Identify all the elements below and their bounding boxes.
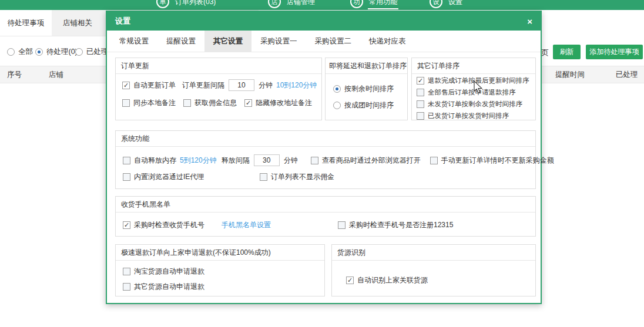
section-delay-refund-sort: 即将延迟和退款订单排序 按剩余时间排序 按成团时间排序: [325, 58, 408, 120]
nav-settings[interactable]: 设 设置: [430, 0, 462, 8]
checkbox-auto-update-orders[interactable]: 自动更新订单: [122, 80, 176, 90]
col-seq: 序号: [7, 66, 22, 83]
nav-order-list[interactable]: 单 订单列表(03): [156, 0, 216, 8]
section-order-update: 订单更新 自动更新订单 订单更新间隔 分钟 10到120分钟 同步本地备注 获取…: [115, 58, 322, 120]
checkbox-unshipped-sort[interactable]: 未发货订单按剩余发货时间排序: [417, 100, 522, 109]
checkbox-label: 自动更新订单: [133, 80, 176, 90]
col-processed: 已处理: [616, 66, 638, 83]
section-system-functions: 系统功能 自动释放内存 5到120分钟 释放间隔 分钟 查看商品时通过外部浏览器…: [115, 130, 536, 189]
tab-purchase-two[interactable]: 采购设置二: [306, 31, 361, 52]
radio-sort-by-remaining-time[interactable]: 按剩余时间排序: [333, 84, 394, 94]
checkbox-shipped-sort[interactable]: 已发货订单按发货时间排序: [417, 112, 509, 120]
checkbox-icon: [122, 82, 130, 89]
nav-shop-manage[interactable]: 店 店铺管理: [268, 0, 315, 8]
radio-icon: [333, 85, 341, 93]
tab-express-mapping[interactable]: 快递对应表: [360, 31, 415, 52]
checkbox-label: 内置浏览器通过IE代理: [134, 172, 204, 182]
section-title: 收货手机黑名单: [116, 197, 535, 213]
col-remind-time: 提醒时间: [555, 66, 585, 83]
checkbox-aftersale-sort[interactable]: 全部售后订单按申请退款排序: [417, 88, 516, 97]
section-title: 订单更新: [116, 58, 321, 74]
checkbox-auto-identify-source[interactable]: 自动识别上家关联货源: [346, 275, 428, 285]
tab-other-settings[interactable]: 其它设置: [204, 31, 251, 52]
filter-processed[interactable]: 已处理: [75, 47, 109, 57]
update-interval-input[interactable]: [229, 79, 254, 91]
release-interval-input[interactable]: [254, 154, 280, 166]
section-source-identify: 货源识别 自动识别上家关联货源: [331, 244, 536, 296]
settings-icon: 设: [430, 0, 442, 8]
checkbox-icon: [417, 112, 424, 120]
interval-label: 订单更新间隔: [182, 80, 224, 90]
nav-common-functions[interactable]: 功 常用功能: [350, 0, 397, 8]
radio-sort-by-group-time[interactable]: 按成团时间排序: [333, 100, 394, 110]
checkbox-icon: [123, 173, 130, 181]
tab-pending-items[interactable]: 待处理事项: [0, 10, 52, 36]
close-icon[interactable]: ×: [527, 17, 532, 26]
checkbox-taobao-auto-refund[interactable]: 淘宝货源自动申请退款: [123, 267, 204, 277]
radio-icon: [7, 48, 15, 56]
checkbox-label: 自动识别上家关联货源: [357, 275, 428, 285]
checkbox-manual-update-no-amount[interactable]: 手动更新订单详情时不更新采购金额: [430, 156, 554, 166]
checkbox-label: 自动释放内存: [134, 156, 176, 166]
tab-purchase-one[interactable]: 采购设置一: [251, 31, 306, 52]
checkbox-check-receiver-phone[interactable]: 采购时检查收货手机号: [123, 220, 204, 230]
checkbox-label: 退款完成订单按最后更新时间排序: [428, 76, 529, 85]
section-title: 系统功能: [116, 131, 535, 147]
checkbox-icon: [417, 89, 424, 96]
tab-reminder-settings[interactable]: 提醒设置: [157, 31, 204, 52]
order-list-icon: 单: [156, 0, 169, 8]
checkbox-icon: [183, 99, 191, 107]
checkbox-hide-address-note[interactable]: 隐藏修改地址备注: [244, 98, 312, 108]
checkbox-label: 订单列表不显示佣金: [271, 172, 334, 182]
checkbox-other-auto-refund[interactable]: 其它货源自动申请退款: [123, 282, 204, 292]
section-title: 货源识别: [332, 245, 535, 261]
tab-shop-related[interactable]: 店铺相关: [52, 10, 103, 36]
interval-range-link[interactable]: 10到120分钟: [276, 80, 317, 90]
checkbox-get-commission[interactable]: 获取佣金信息: [183, 98, 237, 108]
checkbox-icon: [430, 157, 438, 164]
radio-icon: [333, 102, 341, 109]
common-functions-icon: 功: [350, 0, 363, 8]
nav-settings-label: 设置: [448, 0, 462, 7]
checkbox-label: 采购时检查手机号是否注册12315: [349, 220, 453, 230]
radio-label: 按剩余时间排序: [344, 84, 394, 94]
filter-all[interactable]: 全部: [7, 47, 33, 57]
phone-blacklist-settings-link[interactable]: 手机黑名单设置: [222, 220, 271, 230]
checkbox-auto-free-memory[interactable]: 自动释放内存: [123, 156, 176, 166]
checkbox-refund-complete-sort[interactable]: 退款完成订单按最后更新时间排序: [417, 76, 529, 85]
checkbox-no-commission-in-list[interactable]: 订单列表不显示佣金: [260, 172, 334, 182]
checkbox-label: 未发货订单按剩余发货时间排序: [428, 100, 522, 109]
nav-shop-manage-label: 店铺管理: [287, 0, 315, 7]
section-phone-blacklist: 收货手机黑名单 采购时检查收货手机号 手机黑名单设置 采购时检查手机号是否注册1…: [115, 196, 536, 237]
section-title: 即将延迟和退款订单排序: [326, 58, 407, 74]
refresh-button[interactable]: 刷新: [553, 45, 581, 59]
checkbox-label: 淘宝货源自动申请退款: [134, 267, 204, 277]
radio-icon: [35, 48, 43, 56]
section-other-order-sort: 其它订单排序 退款完成订单按最后更新时间排序 全部售后订单按申请退款排序 未发货…: [411, 58, 536, 120]
filter-pending[interactable]: 待处理(0): [35, 47, 78, 57]
checkbox-icon: [417, 100, 424, 108]
checkbox-external-browser[interactable]: 查看商品时通过外部浏览器打开: [311, 156, 421, 166]
checkbox-icon: [123, 283, 130, 291]
checkbox-label: 查看商品时通过外部浏览器打开: [322, 156, 421, 166]
nav-common-functions-label: 常用功能: [369, 0, 397, 7]
section-title: 其它订单排序: [412, 58, 535, 74]
settings-tab-bar: 常规设置 提醒设置 其它设置 采购设置一 采购设置二 快递对应表: [107, 31, 541, 52]
checkbox-icon: [123, 157, 130, 164]
minutes-label: 分钟: [259, 80, 273, 90]
checkbox-check-12315[interactable]: 采购时检查手机号是否注册12315: [338, 220, 453, 230]
radio-icon: [75, 48, 83, 56]
dialog-title: 设置: [115, 16, 130, 26]
checkbox-icon: [122, 99, 130, 107]
memory-range-link[interactable]: 5到120分钟: [180, 156, 217, 166]
minutes-label: 分钟: [284, 156, 298, 166]
add-pending-item-button[interactable]: 添加待处理事项: [586, 45, 643, 59]
pagination-partial-text: 页: [541, 48, 549, 58]
filter-pending-label: 待处理(0): [46, 47, 78, 57]
tab-general-settings[interactable]: 常规设置: [110, 31, 157, 52]
filter-processed-label: 已处理: [86, 47, 109, 57]
checkbox-icon: [123, 221, 130, 229]
checkbox-sync-local-notes[interactable]: 同步本地备注: [122, 98, 176, 108]
checkbox-ie-proxy[interactable]: 内置浏览器通过IE代理: [123, 172, 204, 182]
checkbox-label: 手动更新订单详情时不更新采购金额: [441, 156, 554, 166]
